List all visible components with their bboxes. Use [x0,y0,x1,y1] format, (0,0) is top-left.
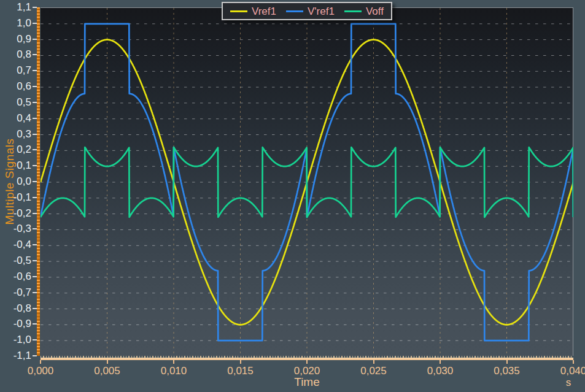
x-axis-title: Time [41,375,573,389]
y-axis-tick [33,260,37,261]
y-axis-tick-label: 0,2 [0,144,31,156]
y-axis-tick [33,181,37,182]
y-axis-tick-label: -1,0 [0,334,31,346]
y-axis-tick-label: -0,2 [0,207,31,220]
y-axis-tick-label: -0,7 [0,286,31,299]
y-axis-tick [33,276,37,277]
legend-item-label: Voff [366,6,384,17]
legend-line-swatch [344,10,362,12]
y-axis-tick [33,70,37,71]
y-axis-tick-label: 0,8 [0,48,31,61]
multiple-signals-plot-window: Multiple Signals 1,11,00,90,80,70,60,50,… [0,0,585,392]
y-axis-tick [33,7,37,8]
x-axis-tick [306,360,308,364]
x-axis-tick [107,360,108,364]
legend-line-swatch [286,10,303,12]
plot-area[interactable] [41,7,573,356]
legend-line-swatch [230,10,247,12]
y-axis-tick-label: 0,4 [0,112,31,125]
y-axis-tick-label: 0,9 [0,33,31,45]
legend-item-vref1[interactable]: Vref1 [230,6,276,17]
y-axis-tick [33,118,37,119]
x-axis-tick [506,360,508,364]
x-axis-tick [240,360,241,364]
y-axis-tick-label: -0,4 [0,239,31,251]
y-axis-tick [33,149,37,150]
legend-item-vref1[interactable]: V'ref1 [286,6,335,17]
x-axis-tick [40,360,41,364]
x-axis-tick [440,360,441,364]
y-axis-tick-label: -0,8 [0,302,31,315]
y-axis-tick [33,228,37,229]
legend: Vref1V'ref1Voff [222,2,392,20]
legend-item-label: V'ref1 [308,6,335,17]
y-axis-tick [33,23,37,24]
y-axis-tick [33,213,37,214]
y-axis-tick [33,102,37,103]
y-axis-tick-label: 0,7 [0,64,31,77]
x-axis-unit: s [562,377,575,389]
y-axis-tick-label: -0,3 [0,223,31,235]
y-axis-line [37,7,40,356]
y-axis-tick-label: 0,1 [0,159,31,172]
y-axis-tick-label: -0,5 [0,255,31,267]
x-axis-tick [573,360,574,364]
y-axis-tick-label: -1,1 [0,350,31,362]
x-axis-tick [173,360,174,364]
y-axis-tick-label: 0,6 [0,80,31,93]
y-axis-tick-label: 0,3 [0,128,31,140]
waveform-chart [41,8,573,356]
y-axis-tick [33,244,37,245]
y-axis-tick-label: -0,1 [0,191,31,204]
y-axis-tick-label: 0,0 [0,175,31,188]
y-axis-tick [33,165,37,166]
y-axis-tick [33,197,37,198]
y-axis-tick [33,323,37,325]
legend-item-label: Vref1 [252,6,276,17]
y-axis-tick-label: -0,6 [0,271,31,283]
y-axis-tick-label: 0,5 [0,96,31,109]
y-axis-tick-label: 1,0 [0,17,31,29]
x-axis-tick [373,360,374,364]
y-axis-tick [33,292,37,293]
y-axis-tick-label: 1,1 [0,1,31,13]
y-axis-tick [33,355,37,356]
y-axis-tick [33,308,37,309]
y-axis-tick [33,134,37,135]
y-axis-tick [33,86,37,87]
y-axis-tick-label: -0,9 [0,318,31,330]
y-axis-tick [33,339,37,340]
y-axis-tick [33,39,37,40]
legend-item-voff[interactable]: Voff [344,6,384,17]
y-axis-tick [33,54,37,55]
